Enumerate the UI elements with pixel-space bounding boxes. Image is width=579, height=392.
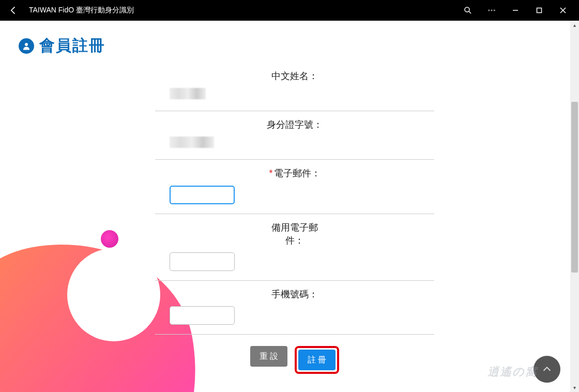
field-phone: 手機號碼： [155,281,434,335]
search-icon[interactable] [456,1,480,20]
decorative-dot [101,230,118,248]
backup-email-input[interactable] [170,252,235,271]
svg-point-0 [465,7,469,12]
registration-form: 中文姓名： 身分證字號： *電子郵件： 備用電子郵件： 手機號碼： 重設 [155,70,434,374]
close-button[interactable] [551,1,575,20]
decorative-blob-cutout [67,248,160,341]
name-label: 中文姓名： [155,70,434,83]
scroll-up-arrow[interactable]: ▴ [570,21,579,29]
scroll-track[interactable] [570,29,579,383]
field-email: *電子郵件： [155,160,434,214]
scroll-thumb[interactable] [571,102,578,273]
user-icon [19,38,34,54]
id-number-value-redacted [170,137,214,148]
svg-point-5 [25,43,28,46]
field-id-number: 身分證字號： [155,111,434,160]
watermark: 逍遙の窩 [487,365,538,380]
register-button[interactable]: 註冊 [298,350,336,370]
svg-rect-4 [537,8,542,13]
phone-label: 手機號碼： [155,288,434,301]
phone-input[interactable] [170,306,235,325]
svg-point-3 [494,10,495,11]
email-label: *電子郵件： [155,167,434,180]
field-backup-email: 備用電子郵件： [155,214,434,281]
maximize-button[interactable] [527,1,551,20]
id-number-label: 身分證字號： [155,118,434,131]
svg-point-2 [491,10,492,11]
form-buttons: 重設 註冊 [155,346,434,374]
scroll-down-arrow[interactable]: ▾ [570,383,579,392]
register-highlight: 註冊 [295,346,339,374]
more-icon[interactable] [480,1,504,20]
name-value-redacted [170,88,206,99]
page-title: 會員註冊 [39,35,105,56]
app-title: TAIWAN FidO 臺灣行動身分識別 [29,6,134,15]
backup-email-label: 備用電子郵件： [155,221,434,247]
reset-button[interactable]: 重設 [250,346,287,367]
page-header: 會員註冊 [0,21,579,56]
vertical-scrollbar[interactable]: ▴ ▾ [570,21,579,392]
field-name: 中文姓名： [155,70,434,111]
svg-point-1 [489,10,490,11]
email-input[interactable] [170,186,235,204]
back-button[interactable] [4,1,23,20]
minimize-button[interactable] [504,1,527,20]
required-mark: * [269,168,272,178]
content-area: 會員註冊 中文姓名： 身分證字號： *電子郵件： 備用電子郵件： 手機號碼： [0,21,579,392]
scroll-to-top-button[interactable] [534,356,560,383]
window-titlebar: TAIWAN FidO 臺灣行動身分識別 [0,0,579,21]
